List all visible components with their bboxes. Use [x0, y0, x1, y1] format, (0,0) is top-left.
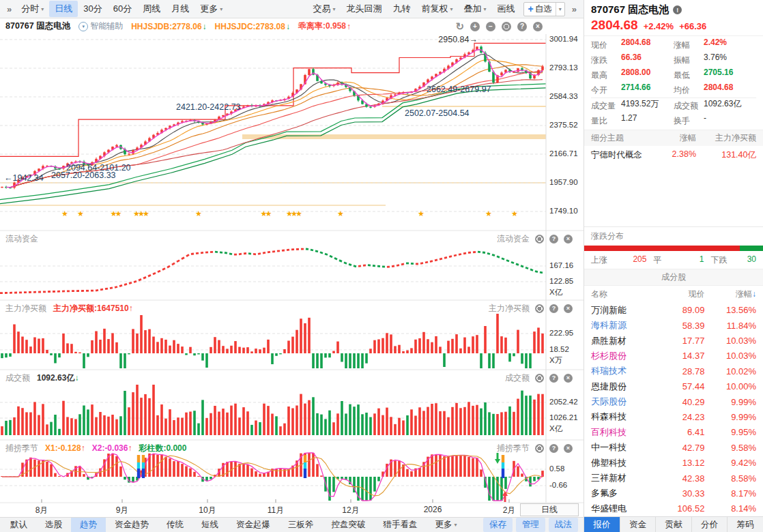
list-item[interactable]: 杉杉股份14.3710.03% [584, 349, 763, 364]
gear-icon[interactable] [535, 444, 544, 453]
svg-text:2502.07-2504.54: 2502.07-2504.54 [405, 108, 470, 118]
quote-panel: 870767 固态电池 ! 2804.68 +2.42% +66.36 现价28… [584, 0, 763, 532]
strategy-more[interactable]: 更多▾ [427, 518, 466, 532]
list-item[interactable]: 百利科技6.419.95% [584, 425, 763, 440]
manage-button[interactable]: 管理 [516, 518, 545, 532]
help-icon[interactable]: ? [549, 304, 558, 313]
top-toolbar: » 分时▾ 日线 30分 60分 周线 月线 更多▾ 交易▾ 龙头回溯 九转 前… [0, 0, 584, 18]
list-item[interactable]: 万润新能89.0913.56% [584, 303, 763, 318]
tab-weekly[interactable]: 周线 [137, 1, 166, 17]
quote-value: 2705.16 [704, 68, 756, 83]
sort-column[interactable]: 涨幅↓ [704, 289, 756, 300]
tab-chips[interactable]: 筹码 [727, 517, 763, 532]
season-axis-tick: 0.58 [549, 464, 564, 473]
strategy-hunter-watch[interactable]: 猎手看盘 [375, 518, 427, 532]
theme-row[interactable]: 宁德时代概念 2.38% 131.40亿 [584, 146, 763, 164]
period-selector[interactable]: 日线 [520, 503, 579, 516]
flow-axis-unit: X亿 [549, 287, 562, 297]
tab-minute[interactable]: 分时▾ [16, 1, 49, 17]
list-item[interactable]: 佛塑科技13.129.42% [584, 455, 763, 470]
forward-adjust-button[interactable]: 前复权▾ [416, 1, 459, 17]
mainforce-axis-unit: X万 [549, 355, 562, 366]
nine-turn-button[interactable]: 九转 [388, 1, 416, 17]
strategy-short-line[interactable]: 短线 [192, 518, 227, 532]
strategy-stock-pick[interactable]: 选股 [36, 518, 71, 532]
up-arrow-icon: ↑ [128, 443, 132, 453]
strategy-trend[interactable]: 趋势 [71, 518, 106, 532]
list-item[interactable]: 鼎胜新材17.7710.03% [584, 333, 763, 348]
list-item[interactable]: 华盛锂电106.528.14% [584, 501, 763, 516]
strategy-fund-trend[interactable]: 资金趋势 [106, 518, 158, 532]
close-icon[interactable]: × [564, 235, 573, 243]
gear-icon[interactable] [502, 22, 511, 31]
list-item[interactable]: 科瑞技术28.7810.02% [584, 364, 763, 379]
help-icon[interactable]: ? [517, 22, 527, 31]
chevron-down-icon: ▾ [484, 6, 487, 12]
quote-label: 今开 [591, 83, 621, 98]
close-icon[interactable]: × [533, 22, 543, 31]
chart-column: 2950.84→←1942.342094.64-2101.202057.20-2… [0, 0, 584, 532]
add-favorite-button[interactable]: + 自选 ▾ [523, 2, 565, 16]
tab-funds[interactable]: 资金 [620, 517, 656, 532]
gear-icon[interactable] [535, 235, 544, 243]
gear-icon[interactable] [535, 374, 544, 383]
help-icon[interactable]: ? [549, 374, 558, 383]
strategy-control-break[interactable]: 控盘突破 [323, 518, 375, 532]
list-item[interactable]: 恩捷股份57.4410.00% [584, 379, 763, 394]
overlay-button[interactable]: 叠加▾ [459, 1, 492, 17]
tab-price-dist[interactable]: 分价 [691, 517, 728, 532]
strategy-fund-burst[interactable]: 资金起爆 [227, 518, 279, 532]
month-label: 2026 [424, 505, 442, 514]
strategy-default[interactable]: 默认 [1, 518, 36, 532]
tab-60min[interactable]: 60分 [108, 1, 137, 17]
strategy-traditional[interactable]: 传统 [158, 518, 192, 532]
expand-icon[interactable]: » [568, 4, 581, 14]
turnover-axis-tick: 2052.42 [549, 398, 578, 406]
tab-30min[interactable]: 30分 [78, 1, 107, 17]
tactics-button[interactable]: 战法 [549, 518, 578, 532]
trade-button[interactable]: 交易▾ [308, 1, 341, 17]
list-item[interactable]: 中一科技42.799.58% [584, 440, 763, 455]
zoom-out-icon[interactable]: − [486, 22, 495, 31]
quote-label: 涨幅 [674, 38, 704, 53]
smart-assist-toggle[interactable]: ▾ 智能辅助 [78, 20, 123, 32]
month-label: 11月 [268, 505, 284, 516]
help-icon[interactable]: ? [549, 444, 558, 453]
gear-icon[interactable] [535, 304, 544, 313]
list-item[interactable]: 海科新源58.3911.84% [584, 318, 763, 333]
close-icon[interactable]: × [564, 374, 573, 383]
refresh-icon[interactable]: ↻ [455, 21, 464, 31]
info-icon[interactable]: ! [673, 5, 682, 14]
chevron-down-icon[interactable]: ▾ [556, 3, 564, 16]
tab-monthly[interactable]: 月线 [166, 1, 195, 17]
svg-text:2950.84→: 2950.84→ [438, 35, 478, 44]
tab-daily[interactable]: 日线 [49, 1, 78, 17]
close-icon[interactable]: × [564, 304, 573, 313]
list-item[interactable]: 三祥新材42.388.58% [584, 471, 763, 486]
quote-value: 2808.00 [621, 68, 674, 83]
list-item[interactable]: 天际股份40.299.99% [584, 394, 763, 409]
zoom-in-icon[interactable]: + [470, 22, 480, 31]
list-item[interactable]: 多氟多30.338.17% [584, 486, 763, 501]
help-icon[interactable]: ? [549, 235, 558, 243]
strategy-actions: 保存 管理 战法 [483, 518, 578, 532]
tab-contribution[interactable]: 贡献 [655, 517, 691, 532]
leader-backtrack-button[interactable]: 龙头回溯 [341, 1, 388, 17]
tab-quote[interactable]: 报价 [584, 517, 620, 532]
close-icon[interactable]: × [564, 444, 573, 453]
svg-text:★: ★ [195, 209, 202, 218]
strategy-three-axe[interactable]: 三板斧 [279, 518, 323, 532]
chart-tools: ↻ + − ? × [455, 21, 543, 31]
price-axis-tick: 2584.33 [549, 92, 578, 100]
season-colored-bars: 彩柱数:0.000 [139, 443, 186, 454]
list-item[interactable]: 科森科技24.239.99% [584, 409, 763, 424]
indicator-bias: 乖离率:0.958↑ [298, 20, 351, 32]
collapse-icon[interactable]: » [3, 4, 16, 14]
mainforce-value: 主力净买额:1647510↑ [53, 303, 133, 314]
quote-value: 3.76% [704, 53, 756, 68]
down-arrow-icon: ↓ [74, 373, 78, 383]
sort-down-icon: ↓ [752, 289, 756, 299]
draw-line-button[interactable]: 画线 [492, 1, 521, 17]
save-button[interactable]: 保存 [483, 518, 513, 532]
tab-more[interactable]: 更多▾ [195, 1, 228, 17]
